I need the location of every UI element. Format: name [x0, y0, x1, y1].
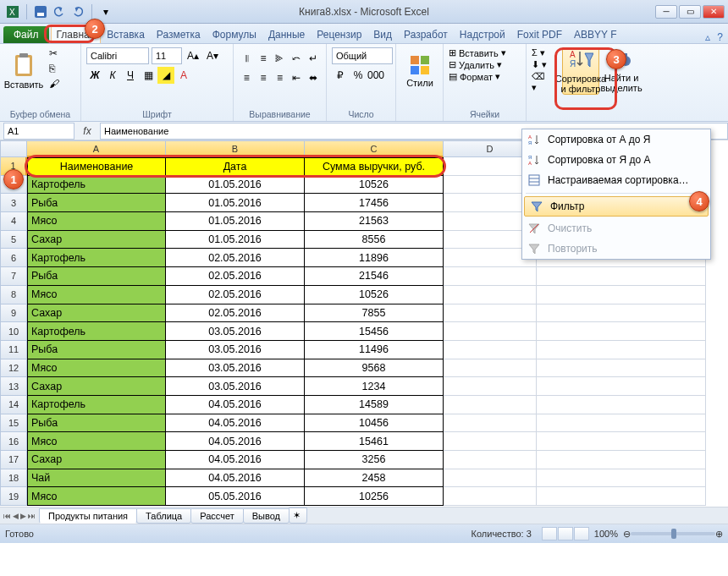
data-cell[interactable]: Рыба [27, 267, 166, 286]
data-cell[interactable]: 02.05.2016 [166, 286, 305, 304]
data-cell[interactable]: 10456 [305, 414, 444, 433]
data-cell[interactable]: 1234 [305, 377, 444, 396]
data-cell[interactable]: 04.05.2016 [166, 469, 305, 488]
empty-cell[interactable] [444, 469, 537, 488]
empty-cell[interactable] [537, 322, 706, 341]
data-cell[interactable]: 03.05.2016 [166, 341, 305, 359]
view-layout-icon[interactable] [558, 527, 573, 540]
data-cell[interactable]: Рыба [27, 414, 166, 433]
empty-cell[interactable] [537, 286, 706, 304]
orientation-icon[interactable]: ⤺ [289, 50, 305, 67]
empty-cell[interactable] [537, 359, 706, 378]
tab-layout[interactable]: Разметка [151, 25, 207, 43]
empty-cell[interactable] [537, 432, 706, 451]
tab-view[interactable]: Вид [367, 25, 398, 43]
zoom-slider[interactable] [631, 532, 715, 535]
insert-cells-button[interactable]: ⊞Вставить ▾ [449, 47, 521, 58]
data-cell[interactable]: 21546 [305, 267, 444, 286]
data-cell[interactable]: Мясо [27, 212, 166, 231]
italic-button[interactable]: К [104, 67, 121, 84]
tab-addins[interactable]: Надстрой [454, 25, 511, 43]
data-cell[interactable]: Сахар [27, 451, 166, 469]
styles-button[interactable]: Стили [401, 47, 438, 95]
tab-formulas[interactable]: Формулы [207, 25, 262, 43]
row-header[interactable]: 3 [0, 194, 27, 212]
view-normal-icon[interactable] [542, 527, 557, 540]
tab-abbyy[interactable]: ABBYY F [568, 25, 622, 43]
data-cell[interactable]: 04.05.2016 [166, 451, 305, 469]
row-header[interactable]: 6 [0, 249, 27, 267]
data-cell[interactable]: 21563 [305, 212, 444, 231]
empty-cell[interactable] [537, 377, 706, 396]
data-cell[interactable]: Сахар [27, 377, 166, 396]
sheet-nav-first-icon[interactable]: ⏮ [3, 512, 11, 520]
sheet-nav-prev-icon[interactable]: ◀ [13, 512, 19, 520]
row-header[interactable]: 13 [0, 377, 27, 396]
empty-cell[interactable] [537, 451, 706, 469]
data-cell[interactable]: Рыба [27, 341, 166, 359]
data-cell[interactable]: Рыба [27, 194, 166, 212]
empty-cell[interactable] [444, 396, 537, 414]
row-header[interactable]: 11 [0, 341, 27, 359]
fill-button[interactable]: ⬇ ▾ [532, 59, 552, 70]
empty-cell[interactable] [444, 377, 537, 396]
bold-button[interactable]: Ж [86, 67, 103, 84]
sheet-tab[interactable]: Рассчет [190, 508, 244, 524]
row-header[interactable]: 17 [0, 451, 27, 469]
autosum-button[interactable]: Σ ▾ [532, 47, 552, 58]
data-cell[interactable]: 04.05.2016 [166, 432, 305, 451]
wrap-text-icon[interactable]: ↵ [305, 50, 321, 67]
data-cell[interactable]: Картофель [27, 322, 166, 341]
table-header-cell[interactable]: Дата [166, 157, 305, 176]
data-cell[interactable]: Мясо [27, 286, 166, 304]
data-cell[interactable]: 8556 [305, 231, 444, 250]
empty-cell[interactable] [444, 432, 537, 451]
merge-button[interactable]: ⬌ [305, 69, 321, 86]
empty-cell[interactable] [444, 487, 537, 506]
align-right-icon[interactable]: ≡ [272, 69, 288, 86]
empty-cell[interactable] [537, 469, 706, 488]
data-cell[interactable]: 04.05.2016 [166, 396, 305, 414]
empty-cell[interactable] [537, 414, 706, 433]
sort-filter-button[interactable]: А Я Сортировка и фильтр [562, 47, 599, 95]
data-cell[interactable]: Картофель [27, 249, 166, 267]
data-cell[interactable]: 01.05.2016 [166, 176, 305, 195]
zoom-out-button[interactable]: ⊖ [623, 529, 631, 540]
data-cell[interactable]: 03.05.2016 [166, 322, 305, 341]
data-cell[interactable]: 03.05.2016 [166, 377, 305, 396]
table-header-cell[interactable]: Сумма выручки, руб. [305, 157, 444, 176]
data-cell[interactable]: 02.05.2016 [166, 267, 305, 286]
copy-icon[interactable]: ⎘ [49, 63, 64, 76]
tab-data[interactable]: Данные [262, 25, 311, 43]
view-pagebreak-icon[interactable] [574, 527, 589, 540]
undo-icon[interactable] [52, 4, 67, 19]
number-format-select[interactable]: Общий [332, 47, 393, 64]
data-cell[interactable]: 01.05.2016 [166, 212, 305, 231]
sheet-tab[interactable]: Вывод [243, 508, 290, 524]
data-cell[interactable]: 03.05.2016 [166, 359, 305, 378]
font-name-select[interactable]: Calibri [86, 47, 149, 64]
data-cell[interactable]: 15456 [305, 322, 444, 341]
data-cell[interactable]: 10526 [305, 286, 444, 304]
data-cell[interactable]: 01.05.2016 [166, 194, 305, 212]
empty-cell[interactable] [537, 396, 706, 414]
row-header[interactable]: 19 [0, 487, 27, 506]
fx-icon[interactable]: fx [78, 125, 96, 137]
clear-button[interactable]: ⌫ ▾ [532, 71, 552, 93]
data-cell[interactable]: 3256 [305, 451, 444, 469]
percent-icon[interactable]: % [350, 67, 367, 84]
data-cell[interactable]: Мясо [27, 487, 166, 506]
align-center-icon[interactable]: ≡ [256, 69, 272, 86]
row-header[interactable]: 12 [0, 359, 27, 378]
empty-cell[interactable] [444, 267, 537, 286]
empty-cell[interactable] [537, 487, 706, 506]
data-cell[interactable]: 9568 [305, 359, 444, 378]
redo-icon[interactable] [70, 4, 85, 19]
data-cell[interactable]: 01.05.2016 [166, 231, 305, 250]
data-cell[interactable]: Чай [27, 469, 166, 488]
sheet-nav-last-icon[interactable]: ⏭ [28, 512, 36, 520]
data-cell[interactable]: 02.05.2016 [166, 304, 305, 323]
data-cell[interactable]: Мясо [27, 359, 166, 378]
comma-icon[interactable]: 000 [367, 67, 384, 84]
format-cells-button[interactable]: ▤Формат ▾ [449, 71, 521, 82]
